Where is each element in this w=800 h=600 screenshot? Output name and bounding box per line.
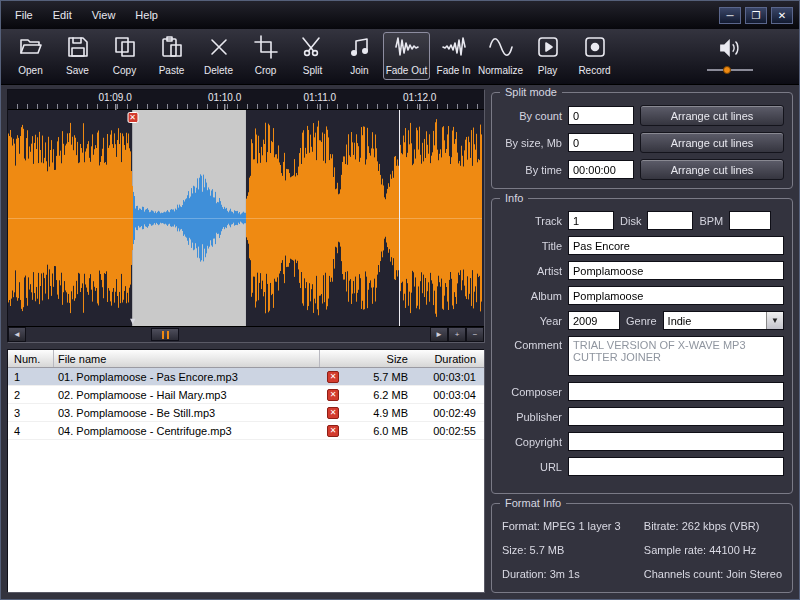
- genre-select[interactable]: Indie ▼: [663, 311, 784, 330]
- save-button[interactable]: Save: [54, 32, 101, 80]
- time-label: 01:09.0: [98, 92, 131, 103]
- save-label: Save: [66, 65, 89, 76]
- volume-slider[interactable]: [707, 66, 753, 74]
- album-input[interactable]: [568, 286, 784, 305]
- scissors-icon: [300, 35, 326, 63]
- time-label: 01:11.0: [303, 92, 336, 103]
- zoom-out-button[interactable]: −: [466, 327, 484, 342]
- by-time-input[interactable]: [568, 160, 634, 179]
- crop-button[interactable]: Crop: [242, 32, 289, 80]
- composer-input[interactable]: [568, 382, 784, 401]
- remove-file-button[interactable]: ✕: [327, 371, 339, 383]
- menu-view[interactable]: View: [84, 6, 124, 24]
- column-header-size[interactable]: Size: [346, 353, 408, 365]
- track-label: Track: [500, 215, 562, 227]
- file-row[interactable]: 4 04. Pomplamoose - Centrifuge.mp3 ✕ 6.0…: [8, 422, 484, 440]
- by-count-input[interactable]: [568, 106, 634, 125]
- minimize-icon: ─: [726, 10, 733, 21]
- by-size-input[interactable]: [568, 133, 634, 152]
- remove-file-button[interactable]: ✕: [327, 425, 339, 437]
- arrange-cut-lines-count-button[interactable]: Arrange cut lines: [640, 105, 784, 126]
- copyright-input[interactable]: [568, 432, 784, 451]
- file-name: 03. Pomplamoose - Be Still.mp3: [54, 407, 320, 419]
- maximize-button[interactable]: ❐: [745, 7, 767, 24]
- zoom-in-button[interactable]: +: [448, 327, 466, 342]
- track-input[interactable]: [568, 211, 614, 230]
- genre-label: Genre: [626, 315, 657, 327]
- composer-label: Composer: [500, 386, 562, 398]
- by-size-label: By size, Mb: [500, 137, 562, 149]
- scroll-right-button[interactable]: ►: [430, 327, 448, 342]
- copy-button[interactable]: Copy: [101, 32, 148, 80]
- comment-textarea[interactable]: TRIAL VERSION OF X-WAVE MP3 CUTTER JOINE…: [568, 336, 784, 376]
- file-duration: 00:03:04: [408, 389, 484, 401]
- menu-file[interactable]: File: [7, 6, 41, 24]
- column-header-num[interactable]: Num.: [8, 350, 54, 367]
- disk-input[interactable]: [647, 211, 693, 230]
- url-input[interactable]: [568, 457, 784, 476]
- arrange-cut-lines-size-button[interactable]: Arrange cut lines: [640, 132, 784, 153]
- title-input[interactable]: [568, 236, 784, 255]
- record-button[interactable]: Record: [571, 32, 618, 80]
- copyright-label: Copyright: [500, 436, 562, 448]
- menu-edit[interactable]: Edit: [45, 6, 80, 24]
- menu-help[interactable]: Help: [127, 6, 166, 24]
- x-marker-icon: ✕: [129, 113, 136, 122]
- file-duration: 00:03:01: [408, 371, 484, 383]
- publisher-input[interactable]: [568, 407, 784, 426]
- speaker-icon: [718, 37, 742, 63]
- file-name: 01. Pomplamoose - Pas Encore.mp3: [54, 371, 320, 383]
- year-input[interactable]: [568, 311, 620, 330]
- arrange-cut-lines-time-button[interactable]: Arrange cut lines: [640, 159, 784, 180]
- delete-button[interactable]: Delete: [195, 32, 242, 80]
- selection-start-marker[interactable]: ✕: [127, 112, 138, 123]
- play-button[interactable]: Play: [524, 32, 571, 80]
- artist-input[interactable]: [568, 261, 784, 280]
- join-button[interactable]: Join: [336, 32, 383, 80]
- duration-value: Duration: 3m 1s: [502, 568, 638, 580]
- column-header-duration[interactable]: Duration: [408, 353, 484, 365]
- bpm-input[interactable]: [729, 211, 771, 230]
- by-count-label: By count: [500, 110, 562, 122]
- toolbar: Open Save Copy Paste Delete Crop Split: [1, 29, 799, 85]
- remove-file-button[interactable]: ✕: [327, 407, 339, 419]
- column-header-filename[interactable]: File name: [54, 350, 320, 367]
- delete-label: Delete: [204, 65, 233, 76]
- bitrate-value: Bitrate: 262 kbps (VBR): [644, 520, 782, 532]
- sine-wave-icon: [488, 35, 514, 63]
- scrollbar-track[interactable]: [26, 327, 430, 342]
- close-button[interactable]: ✕: [771, 7, 793, 24]
- file-row[interactable]: 3 03. Pomplamoose - Be Still.mp3 ✕ 4.9 M…: [8, 404, 484, 422]
- x-icon: ✕: [330, 372, 337, 381]
- menu-bar: File Edit View Help: [7, 6, 166, 24]
- file-row[interactable]: 2 02. Pomplamoose - Hail Mary.mp3 ✕ 6.2 …: [8, 386, 484, 404]
- left-column: 01:09.0 01:10.0 01:11.0 01:12.0 ✕ ▼ ◄: [7, 89, 485, 593]
- open-label: Open: [18, 65, 42, 76]
- dropdown-arrow-icon[interactable]: ▼: [766, 312, 783, 329]
- scroll-left-button[interactable]: ◄: [8, 327, 26, 342]
- file-row[interactable]: 1 01. Pomplamoose - Pas Encore.mp3 ✕ 5.7…: [8, 368, 484, 386]
- waveform-canvas[interactable]: [8, 110, 482, 326]
- selection-bottom-arrow-icon[interactable]: ▼: [128, 316, 137, 326]
- fade-out-label: Fade Out: [386, 65, 428, 76]
- normalize-button[interactable]: Normalize: [477, 32, 524, 80]
- fade-in-button[interactable]: Fade In: [430, 32, 477, 80]
- volume-knob[interactable]: [723, 66, 731, 74]
- disk-label: Disk: [620, 215, 641, 227]
- file-size: 6.0 MB: [346, 425, 408, 437]
- file-duration: 00:02:49: [408, 407, 484, 419]
- file-list: Num. File name Size Duration 1 01. Pompl…: [7, 349, 485, 593]
- minimize-button[interactable]: ─: [719, 7, 741, 24]
- format-info-group: Format Info Format: MPEG 1 layer 3 Bitra…: [491, 503, 793, 593]
- delete-icon: [206, 35, 232, 63]
- remove-file-button[interactable]: ✕: [327, 389, 339, 401]
- scrollbar-thumb[interactable]: [151, 328, 179, 341]
- file-name: 02. Pomplamoose - Hail Mary.mp3: [54, 389, 320, 401]
- fade-in-icon: [441, 35, 467, 63]
- volume-control: [707, 37, 753, 74]
- fade-out-button[interactable]: Fade Out: [383, 32, 430, 80]
- split-button[interactable]: Split: [289, 32, 336, 80]
- open-button[interactable]: Open: [7, 32, 54, 80]
- x-icon: ✕: [330, 390, 337, 399]
- paste-button[interactable]: Paste: [148, 32, 195, 80]
